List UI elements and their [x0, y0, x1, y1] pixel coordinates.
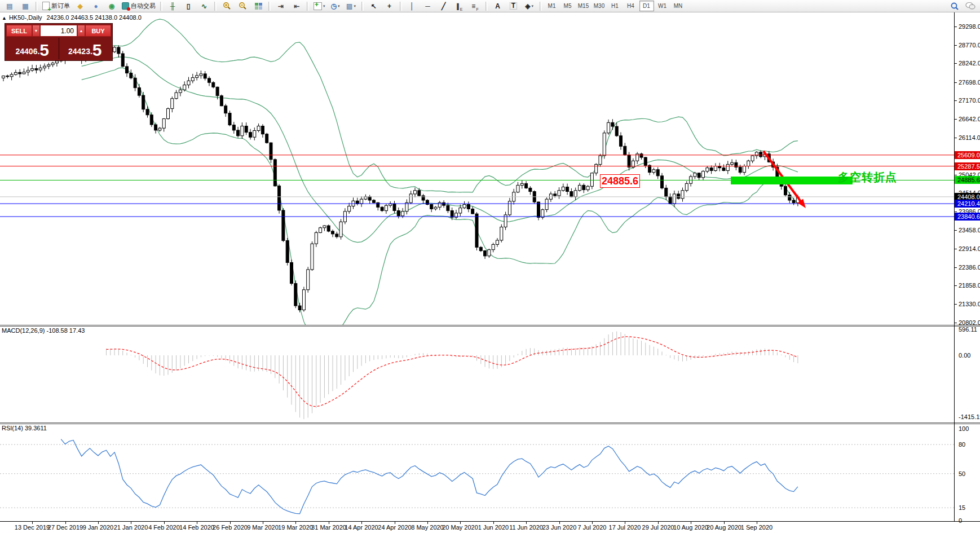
date-label: 24 Apr 2020: [378, 524, 411, 531]
level-badge-25609: 25609.0: [955, 151, 980, 159]
candle-body: [722, 168, 725, 171]
main-pane[interactable]: [0, 19, 954, 338]
candle-body: [253, 131, 256, 138]
macd-label: MACD(12,26,9) -108.58 17.43: [2, 327, 85, 334]
candle-body: [508, 201, 511, 215]
candle-body: [710, 168, 713, 171]
candle-body: [51, 63, 54, 65]
price-chart[interactable]: [0, 0, 980, 533]
candle-body: [405, 202, 408, 211]
candle-body: [784, 186, 787, 195]
date-label: 9 Mar 2020: [247, 524, 279, 531]
price-tick: [954, 285, 957, 286]
date-label: 17 Jul 2020: [609, 524, 641, 531]
candle-body: [562, 187, 564, 191]
candle-body: [266, 134, 268, 143]
lot-decrease-button[interactable]: ▼: [32, 25, 40, 37]
candle-body: [579, 185, 581, 190]
candle-body: [35, 69, 38, 71]
collapse-panel-arrow[interactable]: ▲: [2, 15, 7, 21]
candle-body: [27, 71, 29, 72]
symbol-title-bar: ▲HK50-,Daily24236.0 24463.5 24138.0 2440…: [2, 14, 142, 21]
zone-rectangle-object[interactable]: [731, 177, 853, 184]
candle-body: [336, 234, 338, 237]
price-tick: [954, 82, 957, 83]
candle-body: [216, 87, 219, 95]
candle-body: [500, 227, 503, 241]
date-label: 14 Apr 2020: [345, 524, 378, 531]
candle-body: [196, 76, 198, 78]
candle-body: [6, 76, 9, 77]
candle-body: [146, 109, 149, 115]
candle-body: [212, 82, 215, 87]
price-label-object[interactable]: 24885.6: [600, 174, 640, 188]
sell-button[interactable]: SELL: [6, 25, 32, 37]
candle-body: [2, 76, 5, 78]
price-tick-label: 23458.0: [959, 227, 980, 234]
candle-body: [545, 199, 548, 210]
price-tick-label: 28770.0: [959, 42, 980, 49]
date-label: 14 Feb 2020: [179, 524, 214, 531]
lot-size-input[interactable]: 1.00: [40, 25, 77, 37]
price-tick-label: 21858.0: [959, 282, 980, 289]
candle-body: [409, 194, 412, 202]
lot-increase-button[interactable]: ▲: [77, 25, 85, 37]
buy-button[interactable]: BUY: [85, 25, 111, 37]
date-label: 1 Sep 2020: [741, 524, 772, 531]
candle-body: [603, 133, 606, 156]
date-label: 4 Feb 2020: [148, 524, 180, 531]
sell-price[interactable]: 24406.5: [6, 38, 59, 59]
candle-body: [661, 176, 664, 188]
candle-body: [319, 228, 322, 233]
price-tick: [954, 212, 957, 212]
candle-body: [224, 106, 227, 113]
ohlc-values: 24236.0 24463.5 24138.0 24408.0: [47, 14, 142, 21]
candle-body: [652, 170, 655, 173]
candle-body: [574, 191, 577, 197]
candle-body: [200, 74, 202, 76]
candle-body: [249, 133, 252, 138]
candle-body: [685, 183, 688, 190]
price-tick-label: 26642.0: [959, 116, 980, 122]
candle-body: [241, 126, 244, 136]
date-label: 26 Feb 2020: [213, 524, 248, 531]
candle-body: [760, 152, 762, 157]
candle-body: [348, 206, 351, 212]
macd-pane[interactable]: [107, 332, 798, 420]
candle-body: [315, 232, 317, 244]
candle-body: [706, 168, 709, 171]
candle-body: [154, 125, 157, 130]
candle-body: [447, 205, 449, 210]
level-badge-24885: 24885.6: [955, 176, 980, 184]
rsi-axis-label: 50: [959, 470, 965, 477]
date-label: 21 Jan 2020: [114, 524, 148, 531]
candle-body: [47, 65, 50, 67]
pane-splitter-macd[interactable]: [0, 325, 980, 327]
candle-body: [360, 199, 363, 204]
candle-body: [582, 185, 585, 190]
candle-body: [282, 210, 285, 241]
candle-body: [270, 143, 272, 160]
date-label: 11 Jun 2020: [509, 524, 543, 531]
rsi-pane[interactable]: [0, 439, 954, 514]
candle-body: [10, 74, 13, 77]
buy-price[interactable]: 24423.5: [59, 38, 112, 59]
candle-body: [39, 68, 42, 70]
pane-splitter-rsi[interactable]: [0, 422, 980, 424]
candle-body: [179, 90, 182, 92]
one-click-trading-panel: SELL ▼ 1.00 ▲ BUY 24406.5 24423.5: [5, 23, 113, 61]
candle-body: [187, 81, 190, 85]
candle-body: [364, 197, 367, 199]
candle-body: [517, 185, 519, 192]
candle-body: [31, 69, 34, 71]
candle-body: [529, 188, 532, 191]
level-badge-24210: 24210.4: [955, 200, 980, 208]
candle-body: [401, 212, 404, 216]
rsi-axis-label: 80: [959, 441, 965, 448]
date-label: 29 Jul 2020: [642, 524, 674, 531]
candle-body: [554, 194, 557, 196]
zone-text-object[interactable]: 多空转折点: [838, 170, 897, 185]
candle-body: [117, 47, 120, 54]
price-tick: [954, 323, 957, 323]
candle-body: [298, 306, 301, 310]
